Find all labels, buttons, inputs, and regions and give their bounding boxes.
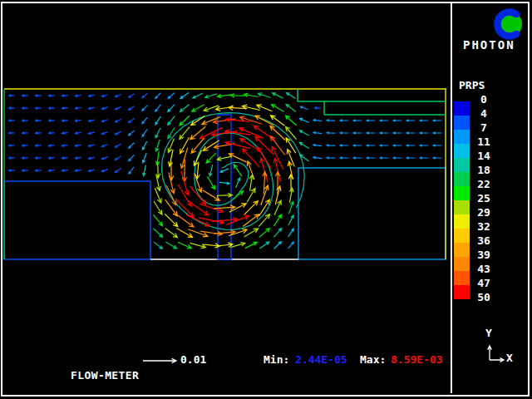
legend-band xyxy=(454,158,470,172)
app-name: PHOTON xyxy=(463,38,515,52)
legend-tick-label: 36 xyxy=(470,234,498,248)
legend-tick-label: 47 xyxy=(470,276,498,290)
legend-tick-label: 4 xyxy=(470,106,498,121)
axis-y-label: Y xyxy=(485,327,492,339)
legend-band xyxy=(454,243,470,257)
legend-tick-label: 50 xyxy=(470,290,498,304)
legend-band xyxy=(454,172,470,186)
legend-band xyxy=(454,116,470,130)
legend-tick-label: 7 xyxy=(470,121,498,135)
legend-band xyxy=(454,285,470,299)
max-label: Max: xyxy=(360,353,386,366)
legend-tick-label: 11 xyxy=(470,135,498,149)
legend-tick-label: 14 xyxy=(470,149,498,163)
scale-value: 0.01 xyxy=(180,353,206,366)
legend-title: PRPS xyxy=(459,79,485,91)
axis-x-label: X xyxy=(506,352,513,364)
legend-band xyxy=(454,229,470,243)
legend-tick-label: 22 xyxy=(470,177,498,191)
legend-band xyxy=(454,101,470,116)
min-value: 2.44E-05 xyxy=(295,353,347,366)
legend-tick-label: 25 xyxy=(470,191,498,205)
legend-band xyxy=(454,186,470,200)
max-value: 8.59E-03 xyxy=(391,353,443,366)
plot-title: FLOW-METER xyxy=(71,369,139,382)
legend-band xyxy=(454,214,470,229)
legend-tick-label: 32 xyxy=(470,219,498,234)
legend-band xyxy=(454,144,470,158)
legend-tick-label: 43 xyxy=(470,262,498,276)
min-label: Min: xyxy=(264,353,289,366)
legend-tick-label: 0 xyxy=(470,92,498,106)
legend-tick-label: 18 xyxy=(470,163,498,177)
legend: PRPS 047111418222529323639434750 xyxy=(451,0,530,399)
legend-band xyxy=(454,271,470,285)
legend-band xyxy=(454,200,470,214)
legend-band xyxy=(454,257,470,271)
legend-band xyxy=(454,130,470,144)
legend-tick-label: 29 xyxy=(470,205,498,219)
legend-tick-label: 39 xyxy=(470,248,498,262)
photon-window: PHOTON PRPS 047111418222529323639434750 … xyxy=(0,0,532,399)
